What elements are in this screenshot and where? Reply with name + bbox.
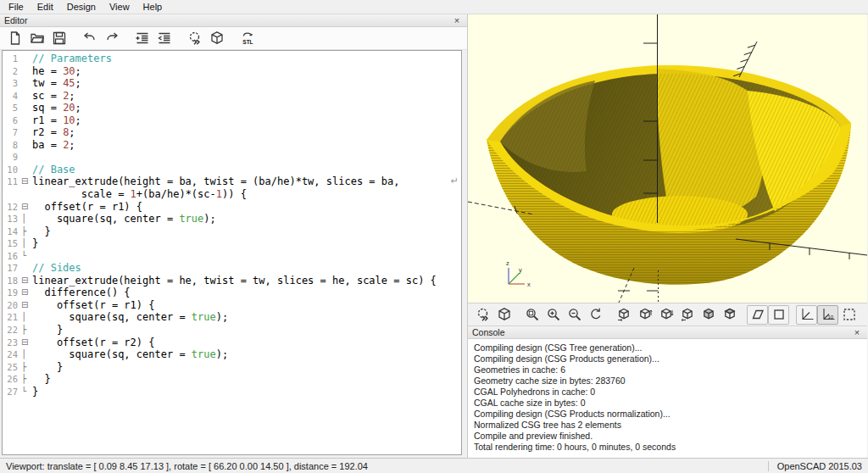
- console-message: Normalized CSG tree has 2 elements: [474, 420, 867, 431]
- code-line[interactable]: 18⊟linear_extrude(height = he, twist = t…: [3, 275, 461, 287]
- fold-marker[interactable]: ⊟: [21, 299, 32, 312]
- show-scale-markers-button[interactable]: 10: [817, 305, 838, 325]
- fold-marker[interactable]: ⊟: [21, 287, 32, 299]
- fold-marker: └: [21, 250, 32, 263]
- code-line[interactable]: 4sc = 2;: [3, 90, 461, 103]
- code-line[interactable]: 10// Base: [3, 164, 461, 176]
- line-number: 14: [3, 225, 21, 238]
- code-line[interactable]: 21│ square(sq, center = true);: [3, 311, 461, 324]
- axis-y-label: y: [519, 266, 522, 274]
- render-button[interactable]: [206, 29, 228, 48]
- code-line[interactable]: 3tw = 45;: [3, 77, 461, 90]
- line-number: 24: [3, 348, 21, 361]
- line-number: 21: [3, 311, 21, 324]
- fold-marker[interactable]: ⊟: [21, 201, 32, 214]
- code-line[interactable]: 17// Sides: [3, 262, 461, 275]
- reset-view-button[interactable]: [585, 305, 606, 325]
- line-number: 19: [3, 287, 21, 299]
- new-file-button[interactable]: [4, 29, 26, 48]
- preview-button[interactable]: [472, 305, 493, 325]
- code-line[interactable]: 5sq = 20;: [3, 102, 461, 114]
- code-line[interactable]: 20⊟ offset(r = r1) {: [3, 299, 461, 312]
- show-axes-button[interactable]: [796, 305, 817, 325]
- export-stl-button[interactable]: STL: [236, 29, 259, 48]
- menu-help[interactable]: Help: [136, 1, 170, 13]
- menu-view[interactable]: View: [103, 1, 136, 13]
- code-line[interactable]: 8ba = 2;: [3, 139, 461, 152]
- code-line[interactable]: 19⊟ difference() {: [3, 287, 461, 299]
- fold-marker: ├: [21, 373, 32, 386]
- code-text: offset(r = r2) {: [32, 337, 155, 349]
- code-text: r2 = 8;: [32, 126, 75, 139]
- view-back-button[interactable]: [719, 305, 740, 325]
- code-line[interactable]: 12⊟ offset(r = r1) {: [3, 201, 461, 214]
- view-left-button[interactable]: [676, 305, 698, 325]
- menu-design[interactable]: Design: [60, 1, 103, 13]
- zoom-in-button[interactable]: [542, 305, 564, 325]
- code-text: }: [32, 361, 63, 374]
- view-bottom-button[interactable]: [655, 305, 676, 325]
- code-text: // Parameters: [32, 53, 112, 65]
- viewport-toolbar: 10: [468, 303, 867, 326]
- fold-marker[interactable]: ⊟: [21, 175, 32, 188]
- fold-marker: [21, 77, 32, 90]
- code-line[interactable]: 23⊟ offset(r = r2) {: [3, 337, 461, 349]
- code-line[interactable]: 25├ }: [3, 361, 461, 374]
- code-line[interactable]: 24│ square(sq, center = true);: [3, 348, 461, 361]
- fold-marker: [21, 90, 32, 103]
- zoom-all-button[interactable]: [521, 305, 542, 325]
- indent-button[interactable]: [131, 29, 153, 48]
- code-line[interactable]: 2he = 30;: [3, 65, 461, 78]
- code-line[interactable]: 22├ }: [3, 324, 461, 337]
- code-line[interactable]: 7r2 = 8;: [3, 126, 461, 139]
- console-close-icon[interactable]: ×: [851, 327, 863, 337]
- code-line[interactable]: 13│ square(sq, center = true);: [3, 213, 461, 225]
- code-text: sc = 2;: [32, 90, 75, 103]
- menu-file[interactable]: File: [2, 1, 31, 13]
- fold-marker[interactable]: ⊟: [21, 275, 32, 287]
- fold-marker[interactable]: ⊟: [21, 337, 32, 349]
- perspective-button[interactable]: [747, 305, 768, 325]
- view-front-button[interactable]: [698, 305, 719, 325]
- code-line[interactable]: 9: [3, 151, 461, 164]
- undo-button[interactable]: [79, 29, 101, 48]
- 3d-viewport[interactable]: z y x: [468, 14, 867, 303]
- view-front-icon: [701, 307, 716, 322]
- code-text: }: [32, 225, 51, 238]
- fold-marker: └: [21, 386, 32, 398]
- code-line[interactable]: 27└}: [3, 386, 461, 398]
- line-number: 2: [3, 65, 21, 78]
- code-line[interactable]: 1// Parameters: [3, 53, 461, 65]
- save-file-button[interactable]: [48, 29, 70, 48]
- render-button[interactable]: [493, 305, 515, 325]
- view-right-button[interactable]: [613, 305, 634, 325]
- editor-toolbar: STL: [0, 27, 467, 50]
- view-left-icon: [680, 307, 695, 322]
- line-number: 23: [3, 337, 21, 349]
- code-line[interactable]: 15│}: [3, 237, 461, 250]
- redo-button[interactable]: [101, 29, 123, 48]
- view-top-button[interactable]: [634, 305, 655, 325]
- code-line[interactable]: 16└: [3, 250, 461, 263]
- code-line[interactable]: 6r1 = 10;: [3, 114, 461, 127]
- code-text: }: [32, 324, 63, 337]
- code-line[interactable]: 26├ }: [3, 373, 461, 386]
- code-text: r1 = 10;: [32, 114, 81, 127]
- console-message: Compiling design (CSG Products normaliza…: [474, 409, 867, 420]
- preview-button[interactable]: [184, 29, 206, 48]
- orthogonal-button[interactable]: [768, 305, 789, 325]
- code-line[interactable]: scale = 1+(ba/he)*(sc-1)) {: [3, 188, 461, 201]
- line-number: 15: [3, 237, 21, 250]
- editor-close-icon[interactable]: ×: [451, 15, 463, 25]
- unindent-button[interactable]: [153, 29, 175, 48]
- code-line[interactable]: 14├ }: [3, 225, 461, 238]
- code-editor[interactable]: 1// Parameters2he = 30;3tw = 45;4sc = 2;…: [2, 50, 462, 455]
- open-file-button[interactable]: [26, 29, 48, 48]
- code-text: }: [32, 237, 38, 250]
- zoom-out-button[interactable]: [564, 305, 585, 325]
- menu-edit[interactable]: Edit: [31, 1, 60, 13]
- code-line[interactable]: 11⊟linear_extrude(height = ba, twist = (…: [3, 175, 461, 188]
- console-log[interactable]: Compiling design (CSG Tree generation)..…: [468, 339, 867, 458]
- show-crosshairs-button[interactable]: [838, 305, 860, 325]
- code-area[interactable]: 1// Parameters2he = 30;3tw = 45;4sc = 2;…: [3, 51, 461, 398]
